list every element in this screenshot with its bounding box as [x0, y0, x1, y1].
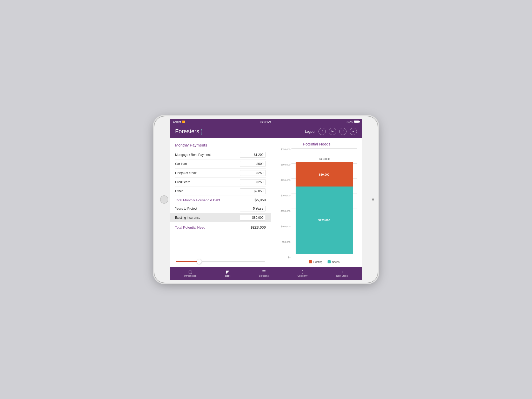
- nav-company-label: Company: [297, 275, 308, 277]
- bar-total-label: $303,000: [319, 158, 330, 161]
- existing-insurance-row: Existing insurance: [170, 213, 271, 222]
- total-monthly-row: Total Monthly Household Debt $5,050: [175, 196, 266, 204]
- logo-text: Foresters: [175, 128, 199, 135]
- status-right: 100%: [346, 121, 359, 123]
- legend-needs: Needs: [328, 260, 340, 263]
- chart-area: $350,000 $300,000 $250,000 $200,000 $150…: [276, 148, 357, 263]
- carloan-row: Car loan: [175, 159, 266, 169]
- nav-company[interactable]: ⋮ Company: [294, 269, 311, 278]
- introduction-icon: ▢: [188, 270, 192, 274]
- nav-solutions[interactable]: ☰ Solutions: [256, 269, 272, 278]
- battery-icon: [354, 121, 359, 123]
- wifi-icon: 📶: [182, 121, 185, 123]
- legend-needs-color: [328, 260, 331, 263]
- y-label-150k: $150,000: [281, 210, 290, 212]
- y-label-50k: $50,000: [282, 241, 290, 243]
- y-label-200k: $200,000: [281, 195, 290, 197]
- chart-plot: $303,000 $80,000 $223,000: [291, 148, 357, 263]
- bar-existing-value: $80,000: [319, 173, 329, 176]
- creditcard-label: Credit card: [175, 180, 190, 184]
- total-monthly-label: Total Monthly Household Debt: [175, 198, 220, 202]
- creditcard-row: Credit card: [175, 178, 266, 187]
- facebook-icon[interactable]: f: [339, 128, 347, 135]
- credit-row: Line(s) of credit: [175, 169, 266, 178]
- monthly-payments-title: Monthly Payments: [175, 143, 266, 147]
- main-content: Monthly Payments Mortgage / Rent Payment…: [170, 138, 362, 267]
- legend-existing: Existing: [309, 260, 322, 263]
- battery-percent: 100%: [346, 121, 353, 123]
- legend-existing-color: [309, 260, 312, 263]
- debt-icon: ◤: [226, 270, 229, 274]
- carrier-label: Carrier: [173, 121, 181, 123]
- bar-container: $303,000 $80,000 $223,000: [296, 162, 353, 254]
- other-input[interactable]: [240, 188, 266, 194]
- nav-solutions-label: Solutions: [259, 275, 269, 277]
- nav-next-steps[interactable]: → Next Steps: [333, 269, 351, 278]
- nav-introduction-label: Introduction: [184, 275, 196, 277]
- existing-insurance-input[interactable]: [240, 215, 266, 221]
- logo: Foresters }: [175, 128, 203, 135]
- y-label-350k: $350,000: [281, 148, 290, 151]
- years-protect-label: Years to Protect: [175, 207, 197, 210]
- share-icon[interactable]: ⇡: [318, 128, 326, 135]
- creditcard-input[interactable]: [240, 179, 266, 185]
- chart-grid: $303,000 $80,000 $223,000: [291, 148, 357, 254]
- mortgage-row: Mortgage / Rent Payment: [175, 150, 266, 159]
- chart-x-label: [291, 254, 357, 259]
- logo-leaf-icon: }: [200, 128, 203, 135]
- total-potential-label: Total Potential Need: [175, 225, 205, 229]
- y-label-0: $0: [288, 256, 290, 259]
- next-steps-icon: →: [340, 270, 344, 274]
- solutions-icon: ☰: [262, 270, 266, 274]
- status-left: Carrier 📶: [173, 121, 185, 123]
- years-protect-input[interactable]: [240, 206, 266, 211]
- legend-existing-label: Existing: [313, 261, 322, 263]
- nav-next-steps-label: Next Steps: [336, 275, 348, 277]
- total-potential-row: Total Potential Need $223,000: [175, 223, 266, 231]
- total-monthly-value: $5,050: [255, 198, 266, 202]
- other-row: Other: [175, 187, 266, 196]
- other-label: Other: [175, 189, 183, 193]
- bar-existing: $80,000: [296, 162, 353, 187]
- bottom-nav: ▢ Introduction ◤ Debt ☰ Solutions ⋮ Comp…: [170, 267, 362, 280]
- right-panel: Potential Needs $350,000 $300,000 $250,0…: [271, 138, 362, 267]
- email-icon[interactable]: ✉: [350, 128, 357, 135]
- y-label-250k: $250,000: [281, 179, 290, 182]
- credit-label: Line(s) of credit: [175, 171, 197, 175]
- y-label-100k: $100,000: [281, 225, 290, 228]
- chart-legend: Existing Needs: [291, 259, 357, 263]
- nav-debt[interactable]: ◤ Debt: [222, 269, 233, 278]
- y-label-300k: $300,000: [281, 164, 290, 166]
- total-potential-value: $223,000: [251, 225, 266, 229]
- ipad-frame: Carrier 📶 10:59 AM 100% Foresters } Logo…: [154, 116, 378, 283]
- bar-needs-value: $223,000: [318, 219, 330, 222]
- status-time: 10:59 AM: [260, 121, 271, 123]
- status-bar: Carrier 📶 10:59 AM 100%: [170, 119, 362, 125]
- existing-insurance-label: Existing insurance: [175, 216, 200, 220]
- left-panel: Monthly Payments Mortgage / Rent Payment…: [170, 138, 271, 267]
- slider-thumb[interactable]: [197, 259, 202, 264]
- slider-container: [175, 259, 266, 264]
- company-icon: ⋮: [300, 270, 304, 274]
- carloan-label: Car loan: [175, 162, 187, 166]
- app-header: Foresters } Logout ⇡ in f ✉: [170, 125, 362, 138]
- header-actions: Logout ⇡ in f ✉: [305, 128, 357, 135]
- mortgage-input[interactable]: [240, 152, 266, 158]
- mortgage-label: Mortgage / Rent Payment: [175, 153, 211, 157]
- carloan-input[interactable]: [240, 161, 266, 167]
- nav-debt-label: Debt: [225, 275, 230, 277]
- bar-needs: $223,000: [296, 187, 353, 254]
- linkedin-icon[interactable]: in: [329, 128, 336, 135]
- logout-button[interactable]: Logout: [305, 130, 315, 134]
- grid-line-top: [291, 148, 357, 149]
- legend-needs-label: Needs: [332, 261, 340, 263]
- ipad-screen: Carrier 📶 10:59 AM 100% Foresters } Logo…: [170, 119, 362, 280]
- credit-input[interactable]: [240, 170, 266, 176]
- chart-y-axis: $350,000 $300,000 $250,000 $200,000 $150…: [276, 148, 290, 263]
- nav-introduction[interactable]: ▢ Introduction: [181, 269, 200, 278]
- chart-title: Potential Needs: [276, 142, 357, 146]
- years-protect-row: Years to Protect: [175, 204, 266, 213]
- slider-track[interactable]: [176, 261, 265, 262]
